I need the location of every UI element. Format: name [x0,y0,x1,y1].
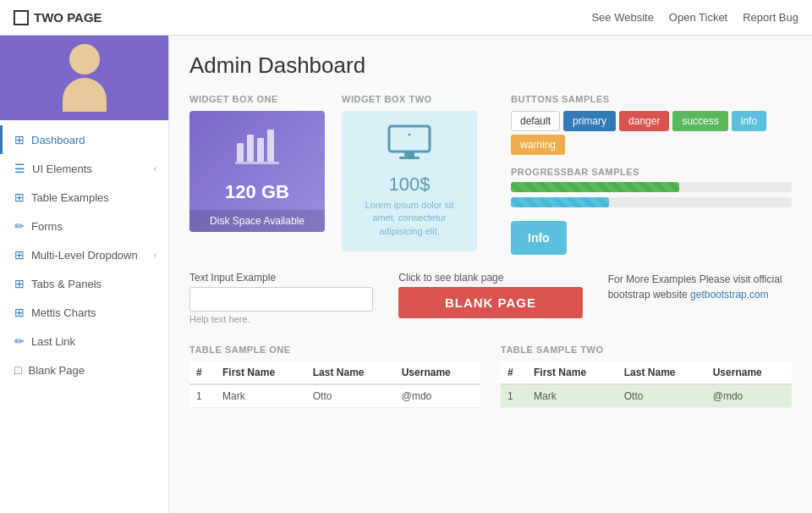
blank-page-section: Click to see blank page BLANK PAGE [398,272,582,318]
blank-page-button[interactable]: BLANK PAGE [398,287,582,318]
sidebar-label-ui-elements: UI Elements [32,163,92,175]
page-title: Admin Dashboard [189,52,792,79]
chevron-icon: ‹ [154,164,156,174]
progressbar-section-title: PROGRESSBAR SAMPLES [511,167,792,177]
charts-icon: ⊞ [14,306,25,319]
tabs-icon: ⊞ [14,277,25,290]
widget-two-title: WIDGET BOX TWO [342,94,477,104]
sidebar-item-ui-elements[interactable]: ☰ UI Elements ‹ [0,154,168,183]
widget-two-section: WIDGET BOX TWO 100$ Lorem ipsum dolor si… [342,94,477,255]
widget-two-value: 100$ [359,174,460,196]
btn-success[interactable]: success [672,111,727,131]
chevron-icon-multi: ‹ [154,251,156,260]
main-content: Admin Dashboard WIDGET BOX ONE [169,36,812,513]
logo: TWO PAGE [14,10,102,25]
help-text: Help text here. [189,314,373,324]
svg-rect-1 [247,135,254,162]
sidebar-nav: ⊞ Dashboard ☰ UI Elements ‹ ⊞ Table Exam… [0,120,168,389]
sidebar-item-dashboard[interactable]: ⊞ Dashboard [0,125,168,154]
table-two-row1-num: 1 [501,384,527,408]
btn-warning[interactable]: warning [511,135,565,155]
table-two-row1-last: Otto [617,384,706,408]
svg-rect-3 [267,130,274,162]
widget-two-desc: Lorem ipsum dolor sit amet, consectetur … [359,199,460,238]
table-two-col-first: First Name [527,361,617,384]
table-two: # First Name Last Name Username 1 Mark O… [501,361,792,408]
btn-info[interactable]: info [732,111,766,131]
widget-box-two: 100$ Lorem ipsum dolor sit amet, consect… [342,111,477,251]
avatar [59,44,110,112]
avatar-body [63,78,107,112]
sidebar-item-last-link[interactable]: ✏ Last Link [0,327,168,356]
btn-default[interactable]: default [511,111,560,131]
logo-text: TWO PAGE [34,10,102,25]
sidebar-label-multi-level: Multi-Level Dropdown [31,249,138,262]
topbar: TWO PAGE See Website Open Ticket Report … [0,0,812,36]
svg-rect-7 [399,157,420,159]
info-badge[interactable]: Info [511,221,567,255]
bar-chart-icon [206,128,308,174]
table-two-title: TABLE SAMPLE TWO [501,345,792,355]
widget-one-value: 120 GB [206,181,308,203]
sidebar-item-mettis-charts[interactable]: ⊞ Mettis Charts [0,298,168,327]
dashboard-icon: ⊞ [14,133,25,146]
sidebar-item-tabs-panels[interactable]: ⊞ Tabs & Panels [0,269,168,298]
text-input[interactable] [189,287,373,312]
monitor-icon [359,124,460,170]
sidebar-label-blank-page: Blank Page [28,364,85,377]
table-two-row1-first: Mark [527,384,617,408]
table-two-col-last: Last Name [617,361,706,384]
widgets-area: WIDGET BOX ONE 120 GB Disk Space Availab… [189,94,792,255]
buttons-section-title: BUTTONS SAMPLES [511,94,792,104]
table-one-col-first: First Name [216,361,306,384]
forms-icon: ✏ [14,219,25,233]
report-bug-link[interactable]: Report Bug [743,11,798,24]
sidebar-label-tabs: Tabs & Panels [31,278,102,290]
svg-rect-2 [257,138,264,162]
buttons-section: BUTTONS SAMPLES default primary danger s… [494,94,792,255]
sidebar-avatar [0,36,168,120]
table-two-col-username: Username [706,361,792,384]
button-samples: default primary danger success info warn… [511,111,792,155]
layout: ⊞ Dashboard ☰ UI Elements ‹ ⊞ Table Exam… [0,36,812,513]
open-ticket-link[interactable]: Open Ticket [669,11,727,24]
see-website-link[interactable]: See Website [591,11,653,24]
form-section: Text Input Example Help text here. Click… [189,272,792,324]
svg-rect-4 [235,162,279,164]
more-examples: For More Examples Please visit official … [608,272,792,302]
table-two-col-num: # [501,361,527,384]
table-one-row1-last: Otto [306,384,395,408]
topbar-links: See Website Open Ticket Report Bug [591,11,798,24]
table-one-col-username: Username [395,361,480,384]
sidebar-label-dashboard: Dashboard [31,134,85,146]
table-two-section: TABLE SAMPLE TWO # First Name Last Name … [501,345,792,408]
table-two-row1-username: @mdo [706,384,792,408]
sidebar-item-forms[interactable]: ✏ Forms [0,212,168,240]
sidebar-item-blank-page[interactable]: □ Blank Page [0,356,168,384]
progress-bar-blue [511,197,609,207]
sidebar-label-last-link: Last Link [31,335,75,348]
svg-rect-0 [237,143,244,162]
table-row: 1 Mark Otto @mdo [189,384,480,408]
sidebar-item-multi-level[interactable]: ⊞ Multi-Level Dropdown ‹ [0,240,168,269]
svg-rect-6 [404,152,414,157]
table-row: 1 Mark Otto @mdo [501,384,792,408]
table-one-row1-first: Mark [216,384,306,408]
table-one-row1-num: 1 [189,384,216,408]
table-one-section: TABLE SAMPLE ONE # First Name Last Name … [189,345,480,408]
widget-one-label: Disk Space Available [189,210,325,232]
progress-bar-green-wrap [511,182,792,192]
table-one-col-last: Last Name [306,361,395,384]
sidebar-label-charts: Mettis Charts [31,306,96,319]
text-input-label: Text Input Example [189,272,373,284]
blank-page-icon: □ [14,363,21,377]
btn-primary[interactable]: primary [563,111,616,131]
sidebar-item-table-examples[interactable]: ⊞ Table Examples [0,183,168,212]
svg-rect-5 [389,126,430,152]
bootstrap-link[interactable]: getbootstrap.com [690,289,769,301]
ui-elements-icon: ☰ [14,162,25,175]
blank-page-label: Click to see blank page [398,272,582,284]
btn-danger[interactable]: danger [619,111,669,131]
table-one-title: TABLE SAMPLE ONE [189,345,480,355]
sidebar-label-forms: Forms [31,220,63,233]
